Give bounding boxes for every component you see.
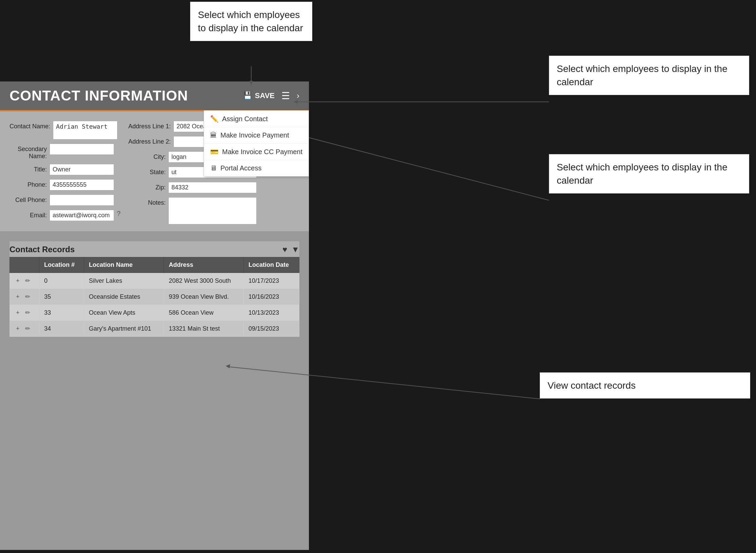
edit-row-button[interactable]: ✏ [24,308,32,317]
contact-name-label: Contact Name: [10,121,50,130]
add-row-button[interactable]: + [15,277,21,285]
heart-icon[interactable]: ♥ [282,245,287,254]
cell-location-num: 33 [39,305,84,321]
add-row-button[interactable]: + [15,325,21,333]
secondary-name-row: SecondaryName: [10,144,118,160]
state-label: State: [128,167,166,176]
menu-item-make-invoice-payment[interactable]: 🏛 Make Invoice Payment [204,127,309,144]
records-section: Contact Records ♥ ▼ Location # Location … [10,241,299,337]
col-address: Address [164,257,244,273]
header-actions: 💾 SAVE ☰ › [243,90,299,102]
contact-name-row: Contact Name: Adrian Stewart [10,121,118,140]
col-location-date: Location Date [244,257,299,273]
cell-location-name: Silver Lakes [84,273,164,289]
title-row: Title: [10,164,118,175]
records-title: Contact Records [10,245,75,254]
dropdown-menu: ✏️ Assign Contact 🏛 Make Invoice Payment… [204,110,309,177]
cell-address: 586 Ocean View [164,305,244,321]
secondary-name-input[interactable] [50,144,114,155]
title-label: Title: [10,164,47,173]
phone-label: Phone: [10,179,47,188]
row-actions: + ✏ [10,305,39,321]
zip-input[interactable] [168,182,257,193]
add-row-button[interactable]: + [15,293,21,301]
edit-row-button[interactable]: ✏ [24,292,32,301]
app-header: CONTACT INFORMATION 💾 SAVE ☰ › ✏️ Assign… [0,81,309,111]
cell-address: 2082 West 3000 South [164,273,244,289]
cell-location-name: Ocean View Apts [84,305,164,321]
cell-address: 939 Ocean View Blvd. [164,289,244,305]
table-row: + ✏ 0 Silver Lakes 2082 West 3000 South … [10,273,299,289]
phone-row: Phone: [10,179,118,190]
cell-location-name: Gary's Apartment #101 [84,321,164,337]
edit-row-button[interactable]: ✏ [24,324,32,333]
edit-row-button[interactable]: ✏ [24,276,32,285]
cell-location-date: 10/13/2023 [244,305,299,321]
table-row: + ✏ 35 Oceanside Estates 939 Ocean View … [10,289,299,305]
zip-label: Zip: [128,182,166,191]
email-help-icon[interactable]: ? [117,210,121,218]
email-row: Email: ? [10,210,118,221]
records-header: Contact Records ♥ ▼ [10,241,299,257]
address1-label: Address Line 1: [128,121,171,130]
tooltip-bottom-right: View contact records [540,372,750,399]
tooltip-mid-right: Select which employees to display in the… [549,154,749,193]
menu-item-portal-access[interactable]: 🖥 Portal Access [204,160,309,176]
form-left: Contact Name: Adrian Stewart SecondaryNa… [10,121,118,224]
save-icon: 💾 [243,91,252,100]
secondary-name-label: SecondaryName: [10,144,47,160]
address2-label: Address Line 2: [128,136,171,145]
cell-phone-label: Cell Phone: [10,195,47,204]
chevron-down-icon[interactable]: ▼ [291,245,299,254]
svg-line-4 [295,134,549,200]
app-container: CONTACT INFORMATION 💾 SAVE ☰ › ✏️ Assign… [0,81,309,550]
contact-name-input[interactable]: Adrian Stewart [53,121,117,140]
title-input[interactable] [50,164,114,175]
invoice-cc-icon: 💳 [210,148,219,156]
records-icons: ♥ ▼ [282,245,299,254]
cell-location-date: 09/15/2023 [244,321,299,337]
table-row: + ✏ 33 Ocean View Apts 586 Ocean View 10… [10,305,299,321]
table-header-row: Location # Location Name Address Locatio… [10,257,299,273]
table-row: + ✏ 34 Gary's Apartment #101 13321 Main … [10,321,299,337]
chevron-right-icon[interactable]: › [297,91,299,100]
portal-access-icon: 🖥 [210,164,217,172]
col-location-num: Location # [39,257,84,273]
notes-row: Notes: [128,197,299,224]
cell-location-date: 10/17/2023 [244,273,299,289]
row-actions: + ✏ [10,289,39,305]
page-title: CONTACT INFORMATION [10,88,188,104]
col-location-name: Location Name [84,257,164,273]
notes-input[interactable] [168,197,257,224]
cell-phone-row: Cell Phone: [10,195,118,206]
row-actions: + ✏ [10,321,39,337]
cell-address: 13321 Main St test [164,321,244,337]
zip-row: Zip: [128,182,299,193]
invoice-payment-icon: 🏛 [210,131,217,139]
cell-location-num: 0 [39,273,84,289]
tooltip-top-right: Select which employees to display in the… [549,56,749,95]
email-input[interactable] [50,210,114,221]
cell-location-num: 35 [39,289,84,305]
add-row-button[interactable]: + [15,309,21,317]
cell-location-name: Oceanside Estates [84,289,164,305]
assign-contact-icon: ✏️ [210,115,219,123]
cell-phone-input[interactable] [50,195,114,206]
cell-location-date: 10/16/2023 [244,289,299,305]
menu-item-make-invoice-cc-payment[interactable]: 💳 Make Invoice CC Payment [204,144,309,160]
email-label: Email: [10,210,47,219]
tooltip-top-center: Select which employees to display in the… [190,2,312,41]
save-label: SAVE [255,91,275,100]
save-button[interactable]: 💾 SAVE [243,91,275,100]
col-actions [10,257,39,273]
hamburger-menu-icon[interactable]: ☰ [281,90,290,102]
row-actions: + ✏ [10,273,39,289]
phone-input[interactable] [50,179,114,190]
notes-label: Notes: [128,197,166,206]
cell-location-num: 34 [39,321,84,337]
records-table: Location # Location Name Address Locatio… [10,257,299,337]
menu-item-assign-contact[interactable]: ✏️ Assign Contact [204,111,309,127]
city-label: City: [128,151,166,161]
